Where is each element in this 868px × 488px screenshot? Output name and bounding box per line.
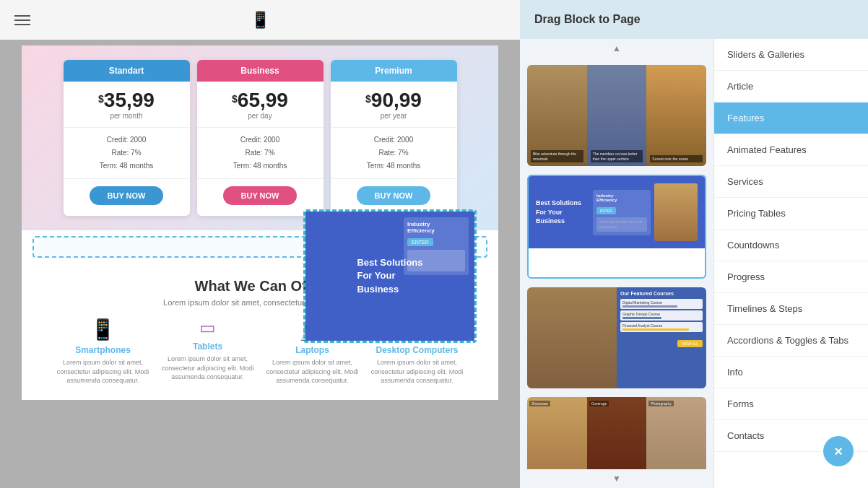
- thumb3-btn-area: VIEW ALL: [620, 335, 703, 348]
- sidebar-item-progress[interactable]: Progress: [714, 261, 868, 293]
- close-button[interactable]: ×: [823, 436, 854, 466]
- thumb2-content: Best SolutionsFor YourBusiness IndustryE…: [529, 176, 705, 248]
- thumb-card-3[interactable]: Our Featured Courses Digital Marketing C…: [527, 287, 706, 388]
- pricing-cards: Standart $35,99 per month Credit: 2000 R…: [32, 60, 487, 216]
- drag-overlay[interactable]: Best SolutionsFor YourBusiness IndustryE…: [303, 209, 477, 343]
- thumb4-grid: Showcase View More Coverage View More Ph…: [527, 397, 706, 469]
- right-header: Drag Block to Page: [520, 0, 868, 39]
- thumb-section: ▲ Bike adventure through the mountain: [520, 39, 713, 488]
- thumb1-col-3: Sunset over the ocean: [646, 65, 706, 166]
- drag-card: Best SolutionsFor YourBusiness IndustryE…: [305, 212, 474, 341]
- right-panel: Drag Block to Page ▲ Bike adventure thro…: [520, 0, 868, 488]
- buy-btn-business[interactable]: BUY NOW: [223, 186, 298, 205]
- details-standart: Credit: 2000 Rate: 7% Term: 48 months: [64, 127, 190, 179]
- thumbnails-area[interactable]: Bike adventure through the mountain The …: [520, 58, 713, 469]
- thumb-img-1: Bike adventure through the mountain The …: [527, 65, 706, 166]
- pricing-card-standart: Standart $35,99 per month Credit: 2000 R…: [64, 60, 190, 216]
- price-premium: $90,99: [331, 89, 457, 112]
- sidebar-item-accordions[interactable]: Accordions & Toggles & Tabs: [714, 325, 868, 357]
- thumb3-content: Our Featured Courses Digital Marketing C…: [527, 287, 706, 388]
- thumb-img-3: Our Featured Courses Digital Marketing C…: [527, 287, 706, 388]
- thumb4-col-1: Showcase View More: [527, 397, 587, 469]
- pricing-card-premium: Premium $90,99 per year Credit: 2000 Rat…: [331, 60, 457, 216]
- period-business: per day: [197, 112, 324, 120]
- thumb2-side-btn[interactable]: ENTER: [596, 207, 616, 214]
- menu-icon[interactable]: [14, 12, 30, 28]
- sidebar-item-features[interactable]: Features: [714, 103, 868, 134]
- sidebar-item-animated-features[interactable]: Animated Features: [714, 134, 868, 166]
- sidebar-item-sliders[interactable]: Sliders & Galleries: [714, 39, 868, 71]
- offer-item-text-2: Lorem ipsum dolor sit amet, consectetur …: [262, 358, 363, 385]
- right-content: ▲ Bike adventure through the mountain: [520, 39, 868, 488]
- sidebar-item-services[interactable]: Services: [714, 166, 868, 198]
- tablet-icon: ▭: [157, 318, 259, 338]
- thumb4-col-3: Photography View More: [646, 397, 706, 469]
- offer-item-text-3: Lorem ipsum dolor sit amet, consectetur …: [367, 358, 468, 385]
- drag-card-side-title: IndustryEfficiency: [407, 221, 465, 234]
- thumb2-photo: [654, 183, 698, 241]
- thumb-card-1[interactable]: Bike adventure through the mountain The …: [527, 65, 706, 166]
- offer-item-text-1: Lorem ipsum dolor sit amet, consectetur …: [157, 354, 259, 382]
- sidebar-item-timelines[interactable]: Timelines & Steps: [714, 293, 868, 325]
- offer-item-text-0: Lorem ipsum dolor sit amet, consectetur …: [53, 358, 154, 385]
- period-premium: per year: [331, 112, 457, 120]
- drag-card-sidebar: IndustryEfficiency ENTER: [404, 217, 469, 275]
- thumb1-grid: Bike adventure through the mountain The …: [527, 65, 706, 166]
- offer-item-tablets: ▭ Tablets Lorem ipsum dolor sit amet, co…: [157, 318, 259, 385]
- buy-btn-premium[interactable]: BUY NOW: [357, 186, 431, 205]
- thumb3-bar-1: [622, 305, 677, 308]
- thumb1-title-3: Sunset over the ocean: [650, 155, 703, 163]
- thumb1-title-2: The meridian cut was better than the upp…: [591, 150, 643, 162]
- card-header-standart: Standart: [64, 60, 190, 82]
- thumb-card-2[interactable]: Best SolutionsFor YourBusiness IndustryE…: [527, 175, 706, 279]
- sidebar-item-pricing-tables[interactable]: Pricing Tables: [714, 198, 868, 230]
- offer-item-title-0: Smartphones: [53, 345, 154, 355]
- currency-premium: $: [365, 93, 371, 105]
- thumb1-text-1: Bike adventure through the mountain: [531, 150, 583, 162]
- thumb1-col-2: The meridian cut was better than the upp…: [587, 65, 647, 166]
- thumb1-text-2: The meridian cut was better than the upp…: [591, 150, 643, 162]
- pricing-section: Standart $35,99 per month Credit: 2000 R…: [22, 45, 498, 230]
- scroll-arrows-bottom: ▼: [520, 469, 713, 488]
- thumb-img-4: Showcase View More Coverage View More Ph…: [527, 397, 706, 469]
- drag-label: Drag Block to Page: [534, 13, 641, 25]
- thumb4-label-2: Coverage: [589, 401, 609, 406]
- thumb3-item-2: Graphic Design Course: [620, 310, 703, 321]
- currency-standart: $: [98, 93, 104, 105]
- card-header-premium: Premium: [331, 60, 457, 82]
- sidebar-item-forms[interactable]: Forms: [714, 388, 868, 420]
- thumb3-photo: [527, 287, 617, 388]
- phone-icon: 📱: [53, 318, 154, 341]
- card-header-business: Business: [197, 60, 324, 82]
- thumb3-item-3: Financial Analyst Course: [620, 322, 703, 332]
- thumb3-courses: Our Featured Courses Digital Marketing C…: [617, 287, 706, 388]
- thumb3-item-1: Digital Marketing Course: [620, 299, 703, 309]
- details-business: Credit: 2000 Rate: 7% Term: 48 months: [197, 127, 324, 179]
- thumb3-cta-btn[interactable]: VIEW ALL: [677, 340, 703, 347]
- sidebar-item-article[interactable]: Article: [714, 71, 868, 103]
- scroll-down-arrow[interactable]: ▼: [611, 473, 622, 484]
- scroll-up-arrow[interactable]: ▲: [611, 43, 622, 54]
- drag-card-side-btn[interactable]: ENTER: [407, 238, 433, 246]
- offer-item-smartphones: 📱 Smartphones Lorem ipsum dolor sit amet…: [53, 318, 154, 385]
- sidebar-item-info[interactable]: Info: [714, 357, 868, 388]
- buy-btn-standart[interactable]: BUY NOW: [90, 186, 164, 205]
- sidebar-nav: Sliders & Galleries Article Features Ani…: [713, 39, 868, 488]
- top-bar: 📱: [0, 0, 520, 40]
- thumb4-label-1: Showcase: [529, 401, 550, 406]
- pricing-card-business: Business $65,99 per day Credit: 2000 Rat…: [197, 60, 324, 216]
- thumb2-right-panel: IndustryEfficiency ENTER Lorem ipsum dol…: [593, 190, 651, 235]
- editor-area: 📱 Standart $35,99 per month Credit: 2000…: [0, 0, 520, 488]
- thumb2-left-text: Best SolutionsFor YourBusiness: [536, 199, 587, 226]
- thumb1-col-1: Bike adventure through the mountain: [527, 65, 587, 166]
- price-standart: $35,99: [64, 89, 190, 112]
- price-business: $65,99: [197, 89, 324, 112]
- offer-item-title-3: Desktop Computers: [367, 345, 468, 355]
- thumb-card-4[interactable]: Showcase View More Coverage View More Ph…: [527, 397, 706, 469]
- offer-item-title-2: Laptops: [262, 345, 363, 355]
- device-icon[interactable]: 📱: [251, 11, 270, 30]
- scroll-arrows-top: ▲: [520, 39, 713, 58]
- currency-business: $: [232, 93, 238, 105]
- details-premium: Credit: 2000 Rate: 7% Term: 48 months: [331, 127, 457, 179]
- sidebar-item-countdowns[interactable]: Countdowns: [714, 230, 868, 261]
